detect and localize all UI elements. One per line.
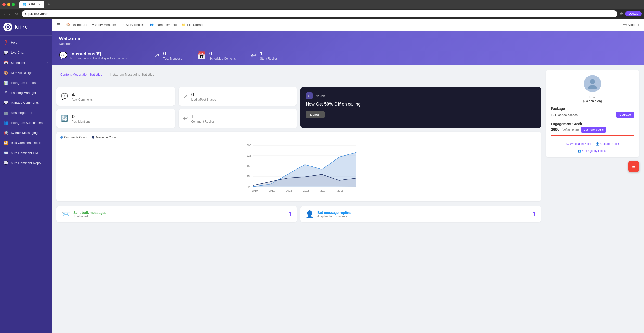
get-credits-button[interactable]: Get more credits xyxy=(581,127,606,133)
sidebar-item-ig-bulk[interactable]: 📢 IG Bulk Messaging xyxy=(0,128,52,138)
footer-link-label-agency-license: Get agency license xyxy=(582,149,607,152)
close-window-button[interactable] xyxy=(2,3,6,6)
sidebar-item-help[interactable]: ❓ Help › xyxy=(0,38,52,48)
tab-close-button[interactable]: ✕ xyxy=(38,2,41,6)
bottom-card-icon-sent-bulk: 📨 xyxy=(61,210,70,218)
top-nav-links: 🏠Dashboard❝Story Mentions↩Story Replies👥… xyxy=(66,23,617,26)
sidebar-icon-instagram-subscribers: 👥 xyxy=(4,120,8,125)
forward-button[interactable]: › xyxy=(8,10,11,17)
minimize-window-button[interactable] xyxy=(7,3,10,6)
stat-card-media-shares: ↗ 0 Media/Post Shares xyxy=(178,87,297,106)
sidebar-item-messenger-bot[interactable]: 🤖 Messenger Bot xyxy=(0,108,52,118)
footer-link-agency-license[interactable]: 👥Get agency license xyxy=(578,149,607,152)
footer-link-icon-agency-license: 👥 xyxy=(578,149,581,152)
sidebar-arrow-help: › xyxy=(47,41,48,44)
right-panel-card: Email jv@abhid.org Package Full license … xyxy=(546,70,639,158)
footer-link-whitelabel[interactable]: 🏷Whitelabel KIIRE xyxy=(566,142,592,146)
extensions-icon[interactable]: ⚙ xyxy=(620,12,623,16)
story-replies-icon: ↩ xyxy=(251,51,257,60)
top-nav-story-replies[interactable]: ↩Story Replies xyxy=(122,23,144,26)
total-mentions-label: Total Mentions xyxy=(163,57,182,60)
stat-label-post-mentions: Post Mentions xyxy=(72,120,90,123)
top-nav-team-members[interactable]: 👥Team members xyxy=(150,23,177,26)
svg-text:75: 75 xyxy=(247,175,250,178)
hamburger-menu[interactable]: ☰ xyxy=(56,22,60,28)
sidebar-icon-manage-comments: 💭 xyxy=(4,100,8,105)
chart-container: Comments Count Message Count 300 225 150… xyxy=(56,132,541,201)
my-account-link[interactable]: My Account xyxy=(623,23,639,26)
promo-date: S 3th Jan xyxy=(306,92,536,99)
top-nav-dashboard[interactable]: 🏠Dashboard xyxy=(66,23,87,26)
sidebar-label-scheduler: Scheduler xyxy=(11,61,45,64)
sidebar-label-bulk-comment: Bulk Comment Replies xyxy=(11,141,48,145)
credit-plan: (default plan) xyxy=(562,128,579,132)
sidebar-icon-auto-comment-reply: 💬 xyxy=(4,160,8,165)
sidebar-icon-bulk-comment: 🔁 xyxy=(4,140,8,145)
sidebar-icon-live-chat: 💬 xyxy=(4,50,8,55)
footer-link-icon-update-profile: 👤 xyxy=(596,142,599,146)
sidebar-icon-help: ❓ xyxy=(4,40,8,45)
sidebar-label-hashtag: Hashtag Manager xyxy=(11,91,48,95)
reload-button[interactable]: ↻ xyxy=(14,10,19,17)
url-bar[interactable]: app.kiire.ai/main xyxy=(22,10,618,17)
back-button[interactable]: ‹ xyxy=(2,10,6,17)
message-legend-label: Message Count xyxy=(96,136,116,139)
sidebar-label-instagram-subscribers: Instagram Subscribers xyxy=(11,121,48,124)
stat-num-media-shares: 0 xyxy=(191,92,216,98)
nav-icon-story-replies: ↩ xyxy=(122,23,124,26)
engagement-credit-label: Engagement Credit xyxy=(551,122,634,126)
story-replies-num: 1 xyxy=(260,50,278,57)
sidebar-item-auto-comment-dm[interactable]: ✉️ Auto Comment DM xyxy=(0,148,52,158)
top-nav-story-mentions[interactable]: ❝Story Mentions xyxy=(92,23,117,26)
update-button[interactable]: Update xyxy=(625,11,642,16)
sidebar-item-live-chat[interactable]: 💬 Live Chat xyxy=(0,48,52,58)
scheduled-contents-stat: 📅 0 Scheduled Contents xyxy=(197,50,236,60)
browser-toolbar-actions: ⚙ Update xyxy=(620,11,642,16)
footer-link-update-profile[interactable]: 👤Update Profile xyxy=(596,142,619,146)
interactions-title: Interactions[6] xyxy=(70,52,129,57)
promo-default-button[interactable]: Default xyxy=(306,111,325,118)
sidebar-arrow-scheduler: › xyxy=(47,61,48,64)
nav-label-story-replies: Story Replies xyxy=(126,23,144,26)
sidebar-item-instagram-trends[interactable]: 📊 Instagram Trends xyxy=(0,78,52,88)
bottom-card-content-bot-replies: Bot message replies 4 replies for commen… xyxy=(317,211,529,218)
sidebar-item-scheduler[interactable]: 📅 Scheduler › xyxy=(0,58,52,68)
sidebar-item-bulk-comment[interactable]: 🔁 Bulk Comment Replies xyxy=(0,138,52,148)
story-replies-stat: ↩ 1 Story Replies xyxy=(251,50,278,60)
stat-num-auto-comments: 4 xyxy=(72,92,93,98)
package-value: Full license access xyxy=(551,113,578,117)
sidebar-item-dfy-ad[interactable]: 🎨 DFY Ad Designs xyxy=(0,68,52,78)
statistics-tabs: Content Moderation StatisticsInstagram M… xyxy=(56,70,541,79)
sidebar-label-ig-bulk: IG Bulk Messaging xyxy=(11,131,48,134)
browser-chrome: 🌐 KIIRE ✕ + xyxy=(0,0,644,9)
sidebar-label-messenger-bot: Messenger Bot xyxy=(11,111,48,114)
nav-icon-team-members: 👥 xyxy=(150,23,154,26)
user-avatar xyxy=(584,75,601,92)
sidebar-item-instagram-subscribers[interactable]: 👥 Instagram Subscribers xyxy=(0,118,52,128)
stat-card-auto-comments: 💬 4 Auto Comments xyxy=(56,87,175,106)
sidebar-item-manage-comments[interactable]: 💭 Manage Comments xyxy=(0,98,52,108)
scheduled-num: 0 xyxy=(209,50,236,57)
stat-card-comment-replies: ↩ 1 Comment Replies xyxy=(178,109,297,128)
panel-footer-links: 🏷Whitelabel KIIRE👤Update Profile👥Get age… xyxy=(551,140,634,152)
top-nav-file-storage[interactable]: 📁File Storage xyxy=(182,23,204,26)
add-tab-button[interactable]: + xyxy=(47,2,50,7)
maximize-window-button[interactable] xyxy=(12,3,15,6)
svg-point-21 xyxy=(588,85,597,89)
fab-button[interactable]: ≡ xyxy=(628,161,639,172)
sidebar-icon-ig-bulk: 📢 xyxy=(4,130,8,135)
sidebar-item-hashtag[interactable]: # Hashtag Manager xyxy=(0,88,52,98)
main-content: ☰ 🏠Dashboard❝Story Mentions↩Story Replie… xyxy=(52,19,644,333)
sidebar-logo: kiire xyxy=(0,19,52,36)
scheduled-icon: 📅 xyxy=(197,51,206,60)
tab-content-moderation[interactable]: Content Moderation Statistics xyxy=(56,70,106,79)
browser-tab[interactable]: 🌐 KIIRE ✕ xyxy=(19,1,44,8)
upgrade-button[interactable]: Upgrade xyxy=(616,112,634,118)
svg-point-20 xyxy=(590,79,595,84)
tab-instagram-messaging[interactable]: Instagram Messaging Statistics xyxy=(106,70,158,79)
sidebar-item-auto-comment-reply[interactable]: 💬 Auto Comment Reply xyxy=(0,158,52,168)
svg-text:2013: 2013 xyxy=(303,189,309,192)
sidebar: kiire ❓ Help › 💬 Live Chat 📅 Scheduler ›… xyxy=(0,19,52,333)
story-replies-label: Story Replies xyxy=(260,57,278,60)
comments-legend-label: Comments Count xyxy=(64,136,87,139)
